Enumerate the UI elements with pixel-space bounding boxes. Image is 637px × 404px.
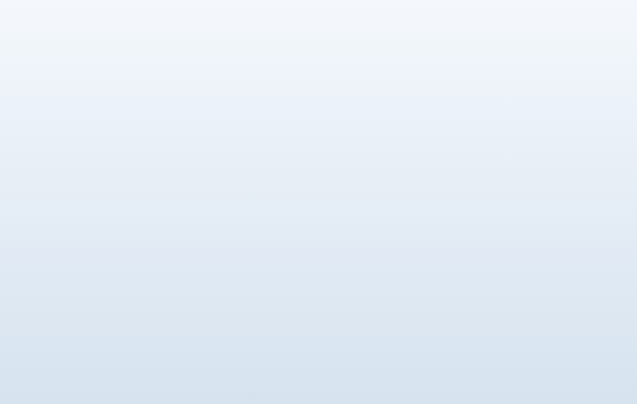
mapping-canvas — [0, 0, 637, 404]
connection-lines — [0, 0, 637, 404]
